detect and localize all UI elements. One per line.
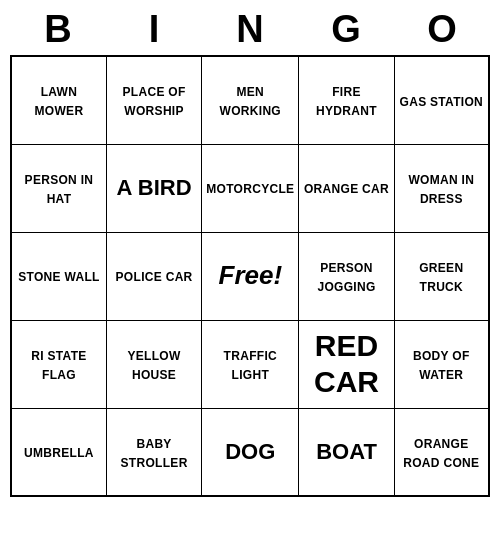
bingo-cell[interactable]: TRAFFIC LIGHT: [202, 320, 299, 408]
bingo-cell[interactable]: UMBRELLA: [11, 408, 106, 496]
letter-b: B: [18, 8, 98, 51]
bingo-grid: LAWN MOWERPLACE OF WORSHIPMEN WORKINGFIR…: [10, 55, 490, 497]
bingo-cell[interactable]: PLACE OF WORSHIP: [106, 56, 201, 144]
bingo-cell[interactable]: BABY STROLLER: [106, 408, 201, 496]
bingo-title: B I N G O: [10, 0, 490, 55]
cell-label: ORANGE CAR: [304, 182, 389, 196]
bingo-cell[interactable]: PERSON JOGGING: [299, 232, 394, 320]
letter-i: I: [114, 8, 194, 51]
table-row: LAWN MOWERPLACE OF WORSHIPMEN WORKINGFIR…: [11, 56, 489, 144]
cell-label: WOMAN IN DRESS: [408, 173, 474, 206]
cell-label: Free!: [219, 260, 283, 290]
cell-label: BODY OF WATER: [413, 349, 470, 382]
table-row: STONE WALLPOLICE CARFree!PERSON JOGGINGG…: [11, 232, 489, 320]
bingo-cell[interactable]: LAWN MOWER: [11, 56, 106, 144]
cell-label: PLACE OF WORSHIP: [123, 85, 186, 118]
bingo-cell[interactable]: Free!: [202, 232, 299, 320]
bingo-cell[interactable]: MEN WORKING: [202, 56, 299, 144]
bingo-cell[interactable]: ORANGE CAR: [299, 144, 394, 232]
cell-label: A BIRD: [117, 175, 192, 200]
cell-label: LAWN MOWER: [35, 85, 84, 118]
cell-label: TRAFFIC LIGHT: [224, 349, 277, 382]
table-row: RI STATE FLAGYELLOW HOUSETRAFFIC LIGHTRE…: [11, 320, 489, 408]
bingo-cell[interactable]: ORANGE ROAD CONE: [394, 408, 489, 496]
bingo-cell[interactable]: GREEN TRUCK: [394, 232, 489, 320]
cell-label: GAS STATION: [400, 95, 484, 109]
bingo-cell[interactable]: MOTORCYCLE: [202, 144, 299, 232]
cell-label: RED CAR: [314, 329, 379, 398]
bingo-cell[interactable]: RI STATE FLAG: [11, 320, 106, 408]
table-row: UMBRELLABABY STROLLERDOGBOATORANGE ROAD …: [11, 408, 489, 496]
cell-label: POLICE CAR: [116, 270, 193, 284]
bingo-cell[interactable]: WOMAN IN DRESS: [394, 144, 489, 232]
bingo-cell[interactable]: BODY OF WATER: [394, 320, 489, 408]
letter-o: O: [402, 8, 482, 51]
cell-label: MEN WORKING: [220, 85, 281, 118]
cell-label: FIRE HYDRANT: [316, 85, 377, 118]
bingo-cell[interactable]: YELLOW HOUSE: [106, 320, 201, 408]
bingo-cell[interactable]: STONE WALL: [11, 232, 106, 320]
cell-label: PERSON JOGGING: [317, 261, 375, 294]
cell-label: MOTORCYCLE: [206, 182, 294, 196]
cell-label: BOAT: [316, 439, 377, 464]
cell-label: DOG: [225, 439, 275, 464]
cell-label: ORANGE ROAD CONE: [403, 437, 479, 470]
bingo-cell[interactable]: BOAT: [299, 408, 394, 496]
letter-n: N: [210, 8, 290, 51]
bingo-cell[interactable]: DOG: [202, 408, 299, 496]
bingo-cell[interactable]: GAS STATION: [394, 56, 489, 144]
table-row: PERSON IN HATA BIRDMOTORCYCLEORANGE CARW…: [11, 144, 489, 232]
letter-g: G: [306, 8, 386, 51]
bingo-cell[interactable]: A BIRD: [106, 144, 201, 232]
bingo-cell[interactable]: PERSON IN HAT: [11, 144, 106, 232]
bingo-cell[interactable]: POLICE CAR: [106, 232, 201, 320]
bingo-cell[interactable]: RED CAR: [299, 320, 394, 408]
cell-label: UMBRELLA: [24, 446, 94, 460]
cell-label: RI STATE FLAG: [31, 349, 86, 382]
cell-label: BABY STROLLER: [121, 437, 188, 470]
cell-label: GREEN TRUCK: [419, 261, 463, 294]
cell-label: STONE WALL: [18, 270, 99, 284]
cell-label: YELLOW HOUSE: [128, 349, 181, 382]
bingo-cell[interactable]: FIRE HYDRANT: [299, 56, 394, 144]
cell-label: PERSON IN HAT: [25, 173, 94, 206]
